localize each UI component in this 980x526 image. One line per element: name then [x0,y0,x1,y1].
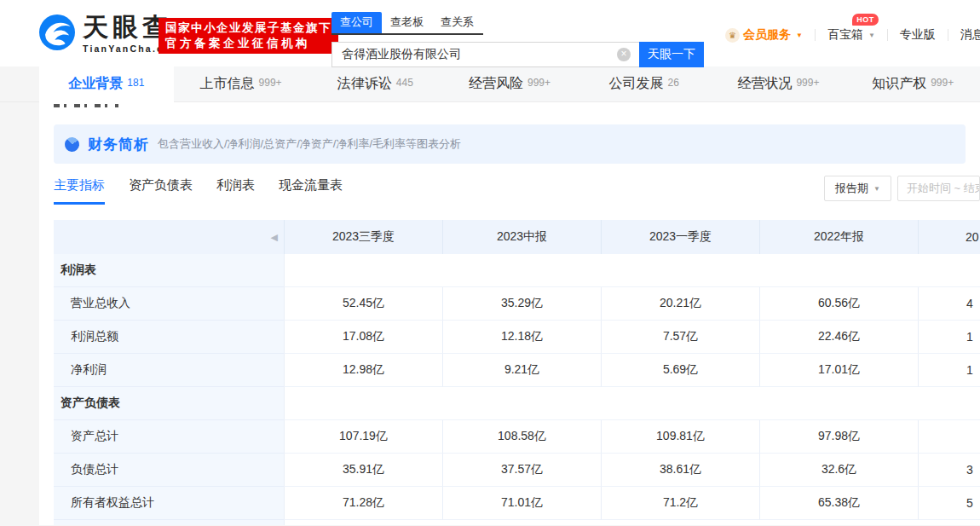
table-row-partial [54,520,980,525]
site-header: 天眼查 TianYanCha.com 国家中小企业发展子基金旗下 官方备案企业征… [0,0,980,66]
clear-icon[interactable]: × [617,48,631,61]
nav-tab-label: 经营风险 [469,75,523,93]
tianyancha-logo-icon [39,14,75,54]
table-header-row: ◀2023三季度2023中报2023一季度2022年报20 [54,220,980,254]
toolbox-label: 百宝箱 [827,27,863,43]
nav-tab-count: 445 [396,77,413,89]
table-row: 负债总计35.91亿37.57亿38.61亿32.6亿3 [54,454,980,487]
table-row: 净利润12.98亿9.21亿5.69亿17.01亿1 [54,354,980,387]
value-cell: 9.21亿 [442,354,601,387]
nav-tab-count: 26 [668,77,679,89]
value-cell: 109.81亿 [601,420,759,454]
value-cell: 17.01亿 [759,354,918,387]
nav-tab-label: 经营状况 [737,75,792,93]
value-cell: 52.45亿 [284,287,442,321]
date-range-placeholder: 开始时间 ~ 结束时间 [907,181,980,196]
row-label: 资产总计 [54,420,284,454]
company-nav-tabs: 企业背景181上市信息999+法律诉讼445经营风险999+公司发展26经营状况… [39,66,980,101]
search-type-tab[interactable]: 查老板 [382,12,432,33]
value-cell: 107.19亿 [284,420,442,454]
row-label: 净利润 [54,354,284,387]
table-row: 所有者权益总计71.28亿71.01亿71.2亿65.38亿5 [54,487,980,520]
header-right-menu: ♛ 会员服务 ▼ HOT 百宝箱 ▼ 专业版 消息中心 [725,27,980,43]
date-range-input[interactable]: 开始时间 ~ 结束时间 [897,176,980,201]
nav-tab-count: 999+ [259,77,282,89]
nav-tab[interactable]: 知识产权999+ [845,66,980,101]
search-type-tab[interactable]: 查公司 [331,12,382,33]
nav-tab-label: 法律诉讼 [337,75,392,93]
sub-tab[interactable]: 资产负债表 [129,177,193,205]
table-filters: 报告期 ▼ 开始时间 ~ 结束时间 [824,176,980,201]
nav-tab[interactable]: 企业背景181 [39,66,174,101]
certification-line1: 国家中小企业发展子基金旗下 [165,20,331,36]
value-cell: 12.98亿 [284,354,442,387]
finance-analysis-banner: 财务简析 包含营业收入/净利润/总资产/净资产/净利率/毛利率等图表分析 [54,124,966,164]
menu-divider [948,29,948,41]
certification-line2: 官方备案企业征信机构 [165,36,331,51]
section-label: 利润表 [54,254,284,287]
sub-tab[interactable]: 主要指标 [54,177,105,205]
value-cell: 1 [918,354,980,387]
nav-tab[interactable]: 法律诉讼445 [308,66,442,101]
value-cell: 5.69亿 [601,354,759,387]
value-cell: 38.61亿 [601,454,759,487]
nav-tab-label: 公司发展 [609,75,664,93]
crown-icon: ♛ [725,28,740,43]
table-row: 资产总计107.19亿108.58亿109.81亿97.98亿 [54,420,980,454]
search-type-tabs: 查公司查老板查关系 [331,12,483,35]
table-row: 资产负债表 [54,387,980,420]
section-subtitle: 包含营业收入/净利润/总资产/净资产/净利率/毛利率等图表分析 [158,136,461,152]
nav-tab-label: 知识产权 [872,75,926,93]
pro-version-link[interactable]: 专业版 [900,27,936,43]
clipped-text-remnant [54,104,118,107]
value-cell: 5 [918,487,980,520]
table-row: 利润总额17.08亿12.18亿7.57亿22.46亿1 [54,321,980,354]
value-cell: 22.46亿 [759,321,918,354]
nav-tab[interactable]: 上市信息999+ [174,66,308,101]
row-label: 利润总额 [54,321,284,354]
value-cell [918,420,980,454]
vip-services-label: 会员服务 [743,27,791,43]
pie-chart-icon [62,134,83,154]
search-block: 查公司查老板查关系 × 天眼一下 [331,12,704,67]
chevron-down-icon: ▼ [796,32,803,39]
sub-tab[interactable]: 利润表 [216,177,255,205]
section-span-cell [284,520,980,525]
value-cell: 17.08亿 [284,321,442,354]
search-input-wrap: × [331,42,639,67]
prev-columns-arrow-icon[interactable]: ◀ [271,232,278,243]
nav-tab[interactable]: 经营风险999+ [442,66,577,101]
value-cell: 65.38亿 [759,487,918,520]
content-card: 财务简析 包含营业收入/净利润/总资产/净资产/净利率/毛利率等图表分析 主要指… [39,102,980,525]
value-cell: 71.28亿 [284,487,442,520]
value-cell: 20.21亿 [601,287,759,321]
column-header: 2022年报 [759,220,918,254]
company-nav-bar: 企业背景181上市信息999+法律诉讼445经营风险999+公司发展26经营状况… [0,66,980,102]
row-label: 所有者权益总计 [54,487,284,520]
nav-tab-count: 999+ [931,77,954,89]
value-cell: 7.57亿 [601,321,759,354]
toolbox-menu[interactable]: HOT 百宝箱 ▼ [827,27,875,43]
sub-tab-row: 主要指标资产负债表利润表现金流量表 报告期 ▼ 开始时间 ~ 结束时间 [54,177,980,206]
search-type-tab[interactable]: 查关系 [432,12,482,33]
search-button[interactable]: 天眼一下 [639,42,704,67]
section-span-cell [284,387,980,420]
search-input[interactable] [331,42,639,67]
value-cell: 35.91亿 [284,454,442,487]
financial-table: ◀2023三季度2023中报2023一季度2022年报20利润表营业总收入52.… [54,220,980,525]
chevron-down-icon: ▼ [873,185,880,193]
nav-tab[interactable]: 经营状况999+ [712,66,846,101]
sub-tab[interactable]: 现金流量表 [279,177,343,205]
value-cell: 97.98亿 [759,420,918,454]
report-period-select[interactable]: 报告期 ▼ [824,176,891,201]
message-center-link[interactable]: 消息中心 [960,27,980,43]
column-header: 2023一季度 [601,220,759,254]
value-cell: 4 [918,287,980,321]
nav-tab-count: 999+ [796,77,819,89]
vip-services-menu[interactable]: ♛ 会员服务 ▼ [725,27,803,43]
row-label: 营业总收入 [54,287,284,321]
page-body: 财务简析 包含营业收入/净利润/总资产/净资产/净利率/毛利率等图表分析 主要指… [0,102,980,525]
column-header: 2023中报 [442,220,601,254]
nav-tab-label: 企业背景 [68,75,123,93]
nav-tab[interactable]: 公司发展26 [577,66,712,101]
